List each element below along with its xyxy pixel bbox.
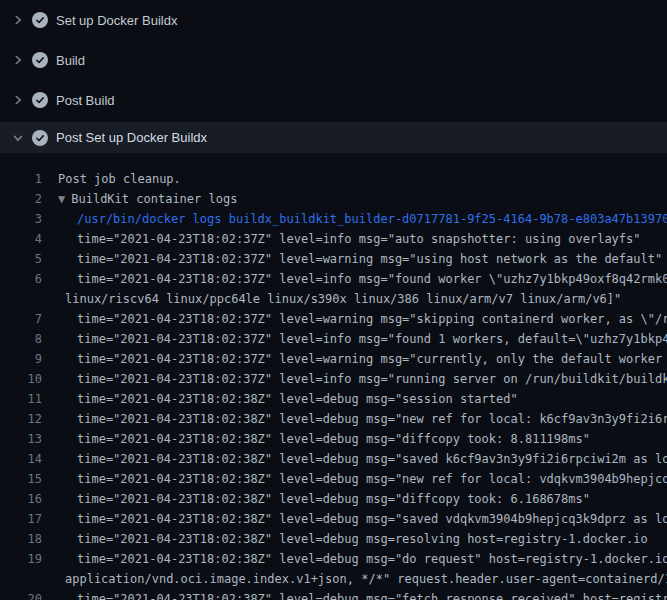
log-line: 12 time="2021-04-23T18:02:38Z" level=deb…: [0, 409, 667, 429]
line-number[interactable]: 2: [0, 189, 42, 209]
line-number[interactable]: 3: [0, 209, 42, 229]
log-line: 20 time="2021-04-23T18:02:38Z" level=deb…: [0, 589, 667, 600]
log-line: 15 time="2021-04-23T18:02:38Z" level=deb…: [0, 469, 667, 489]
chevron-icon[interactable]: [12, 14, 24, 26]
chevron-icon[interactable]: [12, 94, 24, 106]
line-number[interactable]: 10: [0, 369, 42, 389]
line-number: [0, 289, 42, 309]
line-number[interactable]: 8: [0, 329, 42, 349]
line-text: time="2021-04-23T18:02:37Z" level=info m…: [42, 329, 667, 349]
log-line: 4 time="2021-04-23T18:02:37Z" level=info…: [0, 229, 667, 249]
line-text: time="2021-04-23T18:02:37Z" level=warnin…: [42, 249, 662, 269]
log-line: 7 time="2021-04-23T18:02:37Z" level=warn…: [0, 309, 667, 329]
line-number[interactable]: 12: [0, 409, 42, 429]
line-number[interactable]: 6: [0, 269, 42, 289]
line-number[interactable]: 19: [0, 549, 42, 569]
steps-list: Set up Docker Buildx Build Post Build Po…: [0, 0, 667, 153]
line-text: time="2021-04-23T18:02:37Z" level=info m…: [42, 369, 667, 389]
line-text: time="2021-04-23T18:02:37Z" level=info m…: [42, 269, 667, 289]
log-line: 6 time="2021-04-23T18:02:37Z" level=info…: [0, 269, 667, 289]
line-number[interactable]: 15: [0, 469, 42, 489]
chevron-icon[interactable]: [12, 132, 24, 144]
workflow-log-viewer: Set up Docker Buildx Build Post Build Po…: [0, 0, 667, 600]
line-text: time="2021-04-23T18:02:38Z" level=debug …: [42, 529, 648, 549]
log-line: 8 time="2021-04-23T18:02:37Z" level=info…: [0, 329, 667, 349]
line-number[interactable]: 11: [0, 389, 42, 409]
line-number[interactable]: 5: [0, 249, 42, 269]
log-line: 5 time="2021-04-23T18:02:37Z" level=warn…: [0, 249, 667, 269]
step-row-collapsed[interactable]: Build: [0, 40, 667, 80]
log-line: 13 time="2021-04-23T18:02:38Z" level=deb…: [0, 429, 667, 449]
line-number[interactable]: 4: [0, 229, 42, 249]
line-text: time="2021-04-23T18:02:38Z" level=debug …: [42, 589, 667, 600]
log-line: 19 time="2021-04-23T18:02:38Z" level=deb…: [0, 549, 667, 569]
line-text: time="2021-04-23T18:02:38Z" level=debug …: [42, 389, 518, 409]
step-row-collapsed[interactable]: Post Build: [0, 80, 667, 120]
log-line: 18 time="2021-04-23T18:02:38Z" level=deb…: [0, 529, 667, 549]
check-circle-icon: [32, 92, 48, 108]
line-number[interactable]: 18: [0, 529, 42, 549]
chevron-icon[interactable]: [12, 54, 24, 66]
line-text: time="2021-04-23T18:02:37Z" level=warnin…: [42, 309, 667, 329]
log-line: 11 time="2021-04-23T18:02:38Z" level=deb…: [0, 389, 667, 409]
line-text: time="2021-04-23T18:02:38Z" level=debug …: [42, 489, 590, 509]
step-label: Post Set up Docker Buildx: [56, 130, 207, 145]
line-text: time="2021-04-23T18:02:38Z" level=debug …: [42, 429, 590, 449]
line-text: time="2021-04-23T18:02:37Z" level=info m…: [42, 229, 641, 249]
log-group-toggle-icon[interactable]: ▼: [42, 189, 65, 209]
line-number[interactable]: 17: [0, 509, 42, 529]
step-row-collapsed[interactable]: Set up Docker Buildx: [0, 0, 667, 40]
log-line: 1 Post job cleanup.: [0, 169, 667, 189]
log-line: 9 time="2021-04-23T18:02:37Z" level=warn…: [0, 349, 667, 369]
line-number[interactable]: 9: [0, 349, 42, 369]
line-number[interactable]: 20: [0, 589, 42, 600]
log-line: 2 ▼ BuildKit container logs: [0, 189, 667, 209]
line-text: time="2021-04-23T18:02:38Z" level=debug …: [42, 449, 667, 469]
log-line: 14 time="2021-04-23T18:02:38Z" level=deb…: [0, 449, 667, 469]
line-text: time="2021-04-23T18:02:38Z" level=debug …: [42, 409, 667, 429]
step-row-expanded[interactable]: Post Set up Docker Buildx: [0, 122, 667, 153]
line-text: linux/riscv64 linux/ppc64le linux/s390x …: [42, 289, 621, 309]
line-text: Post job cleanup.: [42, 169, 181, 189]
log-lines: 1 Post job cleanup. 2 ▼ BuildKit contain…: [0, 153, 667, 600]
line-text: time="2021-04-23T18:02:38Z" level=debug …: [42, 509, 667, 529]
log-line: 3 /usr/bin/docker logs buildx_buildkit_b…: [0, 209, 667, 229]
log-line-continuation: linux/riscv64 linux/ppc64le linux/s390x …: [0, 289, 667, 309]
step-label: Set up Docker Buildx: [56, 13, 177, 28]
line-number[interactable]: 16: [0, 489, 42, 509]
line-text: /usr/bin/docker logs buildx_buildkit_bui…: [42, 209, 667, 229]
line-number[interactable]: 14: [0, 449, 42, 469]
step-label: Post Build: [56, 93, 115, 108]
log-line: 17 time="2021-04-23T18:02:38Z" level=deb…: [0, 509, 667, 529]
log-line: 16 time="2021-04-23T18:02:38Z" level=deb…: [0, 489, 667, 509]
log-line-continuation: application/vnd.oci.image.index.v1+json,…: [0, 569, 667, 589]
line-number[interactable]: 13: [0, 429, 42, 449]
log-line: 10 time="2021-04-23T18:02:37Z" level=inf…: [0, 369, 667, 389]
line-text: time="2021-04-23T18:02:38Z" level=debug …: [42, 549, 667, 569]
line-text: time="2021-04-23T18:02:38Z" level=debug …: [42, 469, 667, 489]
check-circle-icon: [32, 52, 48, 68]
line-text: application/vnd.oci.image.index.v1+json,…: [42, 569, 667, 589]
line-text: BuildKit container logs: [65, 189, 237, 209]
line-number[interactable]: 7: [0, 309, 42, 329]
line-number[interactable]: 1: [0, 169, 42, 189]
check-circle-icon: [32, 12, 48, 28]
step-label: Build: [56, 53, 85, 68]
line-number: [0, 569, 42, 589]
check-circle-icon: [32, 130, 48, 146]
line-text: time="2021-04-23T18:02:37Z" level=warnin…: [42, 349, 667, 369]
